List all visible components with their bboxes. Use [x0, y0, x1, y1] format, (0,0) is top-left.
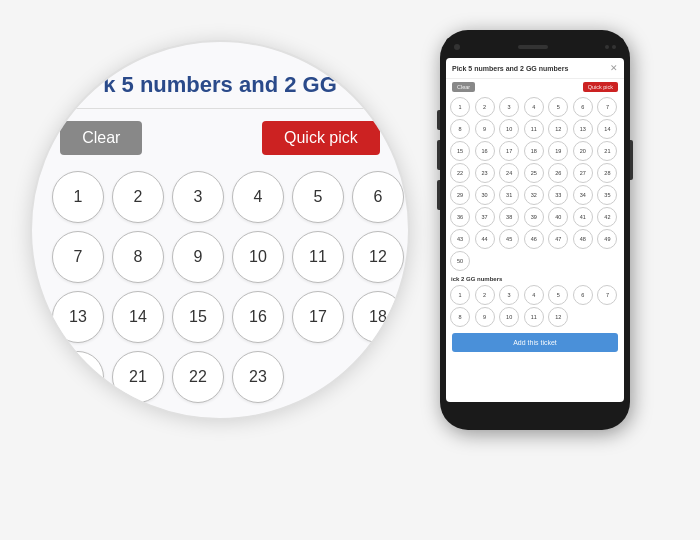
phone-number-41[interactable]: 41 [573, 207, 593, 227]
gg-number-12[interactable]: 12 [548, 307, 568, 327]
phone-clear-button[interactable]: Clear [452, 82, 475, 92]
mag-number-6[interactable]: 6 [352, 171, 404, 223]
phone-wrapper: Pick 5 numbers and 2 GG numbers ✕ Clear … [440, 20, 640, 440]
gg-number-10[interactable]: 10 [499, 307, 519, 327]
phone-number-37[interactable]: 37 [475, 207, 495, 227]
phone-number-2[interactable]: 2 [475, 97, 495, 117]
phone-number-24[interactable]: 24 [499, 163, 519, 183]
phone-number-21[interactable]: 21 [597, 141, 617, 161]
gg-number-9[interactable]: 9 [475, 307, 495, 327]
phone-number-13[interactable]: 13 [573, 119, 593, 139]
phone-number-38[interactable]: 38 [499, 207, 519, 227]
clear-button[interactable]: Clear [60, 121, 142, 155]
phone-number-32[interactable]: 32 [524, 185, 544, 205]
phone-button-power [630, 140, 633, 180]
phone-sensor-1 [605, 45, 609, 49]
phone-number-9[interactable]: 9 [475, 119, 495, 139]
phone-number-44[interactable]: 44 [475, 229, 495, 249]
phone-number-42[interactable]: 42 [597, 207, 617, 227]
phone-number-19[interactable]: 19 [548, 141, 568, 161]
gg-number-7[interactable]: 7 [597, 285, 617, 305]
screen-actions: Clear Quick pick [446, 79, 624, 95]
screen-title: Pick 5 numbers and 2 GG numbers [452, 65, 568, 72]
mag-number-3[interactable]: 3 [172, 171, 224, 223]
phone-number-43[interactable]: 43 [450, 229, 470, 249]
phone-number-7[interactable]: 7 [597, 97, 617, 117]
phone-number-49[interactable]: 49 [597, 229, 617, 249]
add-ticket-button[interactable]: Add this ticket [452, 333, 618, 352]
mag-number-8[interactable]: 8 [112, 231, 164, 283]
phone-button-vol-up [437, 140, 440, 170]
mag-number-16[interactable]: 16 [232, 291, 284, 343]
gg-number-8[interactable]: 8 [450, 307, 470, 327]
phone-number-28[interactable]: 28 [597, 163, 617, 183]
mag-number-7[interactable]: 7 [52, 231, 104, 283]
phone-number-11[interactable]: 11 [524, 119, 544, 139]
phone-number-20[interactable]: 20 [573, 141, 593, 161]
phone-number-12[interactable]: 12 [548, 119, 568, 139]
mag-number-5[interactable]: 5 [292, 171, 344, 223]
gg-number-3[interactable]: 3 [499, 285, 519, 305]
phone-number-31[interactable]: 31 [499, 185, 519, 205]
phone-number-34[interactable]: 34 [573, 185, 593, 205]
mag-number-14[interactable]: 14 [112, 291, 164, 343]
close-icon[interactable]: ✕ [610, 63, 618, 73]
gg-number-2[interactable]: 2 [475, 285, 495, 305]
phone-number-1[interactable]: 1 [450, 97, 470, 117]
mag-number-9[interactable]: 9 [172, 231, 224, 283]
mag-number-20[interactable]: 20 [52, 351, 104, 403]
phone-number-16[interactable]: 16 [475, 141, 495, 161]
mag-number-12[interactable]: 12 [352, 231, 404, 283]
phone-number-5[interactable]: 5 [548, 97, 568, 117]
phone-number-27[interactable]: 27 [573, 163, 593, 183]
phone-number-35[interactable]: 35 [597, 185, 617, 205]
phone-number-14[interactable]: 14 [597, 119, 617, 139]
phone-number-22[interactable]: 22 [450, 163, 470, 183]
mag-number-2[interactable]: 2 [112, 171, 164, 223]
phone-number-46[interactable]: 46 [524, 229, 544, 249]
phone-number-4[interactable]: 4 [524, 97, 544, 117]
gg-number-11[interactable]: 11 [524, 307, 544, 327]
phone-number-8[interactable]: 8 [450, 119, 470, 139]
phone-number-15[interactable]: 15 [450, 141, 470, 161]
phone-number-29[interactable]: 29 [450, 185, 470, 205]
phone-number-39[interactable]: 39 [524, 207, 544, 227]
phone-number-6[interactable]: 6 [573, 97, 593, 117]
gg-number-1[interactable]: 1 [450, 285, 470, 305]
phone-number-36[interactable]: 36 [450, 207, 470, 227]
mag-number-17[interactable]: 17 [292, 291, 344, 343]
phone-number-17[interactable]: 17 [499, 141, 519, 161]
mag-number-11[interactable]: 11 [292, 231, 344, 283]
phone-number-23[interactable]: 23 [475, 163, 495, 183]
gg-number-6[interactable]: 6 [573, 285, 593, 305]
mag-number-23[interactable]: 23 [232, 351, 284, 403]
mag-number-1[interactable]: 1 [52, 171, 104, 223]
gg-number-4[interactable]: 4 [524, 285, 544, 305]
mag-number-18[interactable]: 18 [352, 291, 404, 343]
phone-number-26[interactable]: 26 [548, 163, 568, 183]
phone-number-18[interactable]: 18 [524, 141, 544, 161]
mag-number-21[interactable]: 21 [112, 351, 164, 403]
phone-number-50[interactable]: 50 [450, 251, 470, 271]
phone-number-48[interactable]: 48 [573, 229, 593, 249]
phone-number-10[interactable]: 10 [499, 119, 519, 139]
mag-number-15[interactable]: 15 [172, 291, 224, 343]
phone-number-25[interactable]: 25 [524, 163, 544, 183]
gg-number-5[interactable]: 5 [548, 285, 568, 305]
phone-number-47[interactable]: 47 [548, 229, 568, 249]
phone-number-30[interactable]: 30 [475, 185, 495, 205]
quickpick-button[interactable]: Quick pick [262, 121, 380, 155]
phone-number-grid: 1234567891011121314151617181920212223242… [446, 95, 624, 273]
phone-number-40[interactable]: 40 [548, 207, 568, 227]
mag-number-22[interactable]: 22 [172, 351, 224, 403]
phone-quickpick-button[interactable]: Quick pick [583, 82, 618, 92]
mag-number-4[interactable]: 4 [232, 171, 284, 223]
phone-number-3[interactable]: 3 [499, 97, 519, 117]
phone-speaker [518, 45, 548, 49]
phone-number-33[interactable]: 33 [548, 185, 568, 205]
mag-number-10[interactable]: 10 [232, 231, 284, 283]
mag-number-13[interactable]: 13 [52, 291, 104, 343]
phone-camera [454, 44, 460, 50]
magnifier-circle: k 5 numbers and 2 GG Clear Quick pick 12… [30, 40, 410, 420]
phone-number-45[interactable]: 45 [499, 229, 519, 249]
